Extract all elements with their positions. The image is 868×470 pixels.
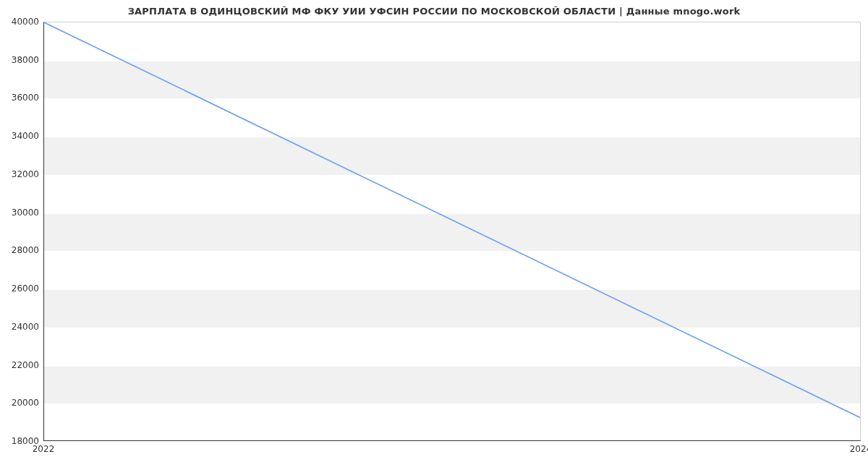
- y-tick-label: 36000: [3, 93, 39, 103]
- y-tick-label: 32000: [3, 169, 39, 179]
- x-tick-label: 2022: [33, 444, 55, 454]
- y-tick-label: 24000: [3, 322, 39, 332]
- y-tick-label: 34000: [3, 131, 39, 141]
- y-tick-label: 40000: [3, 17, 39, 27]
- chart-title: ЗАРПЛАТА В ОДИНЦОВСКИЙ МФ ФКУ УИИ УФСИН …: [0, 6, 868, 17]
- y-tick-label: 22000: [3, 360, 39, 370]
- y-tick-label: 38000: [3, 55, 39, 65]
- y-tick-label: 30000: [3, 208, 39, 218]
- y-tick-label: 20000: [3, 398, 39, 408]
- plot-area: [43, 22, 861, 441]
- chart-container: ЗАРПЛАТА В ОДИНЦОВСКИЙ МФ ФКУ УИИ УФСИН …: [0, 0, 868, 470]
- series-line: [44, 22, 860, 417]
- x-tick-label: 2024: [850, 444, 868, 454]
- y-tick-label: 28000: [3, 245, 39, 255]
- line-series: [44, 22, 860, 440]
- y-tick-label: 26000: [3, 283, 39, 294]
